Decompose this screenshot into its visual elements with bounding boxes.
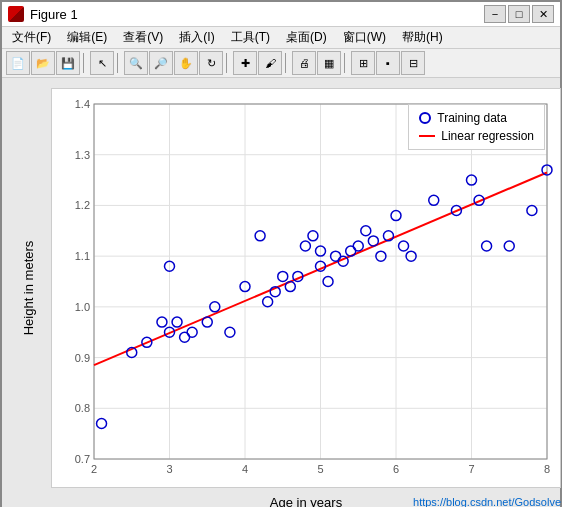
menu-desktop[interactable]: 桌面(D) [280,28,333,47]
svg-point-44 [240,282,250,292]
close-button[interactable]: ✕ [532,5,554,23]
svg-text:4: 4 [242,463,248,475]
plot-area: 0.70.80.91.01.11.21.31.42345678 Training… [51,88,561,488]
svg-point-53 [316,261,326,271]
svg-text:0.9: 0.9 [75,352,90,364]
svg-text:1.0: 1.0 [75,301,90,313]
svg-point-63 [383,231,393,241]
training-data-icon [419,112,431,124]
x-axis-label: Age in years [270,495,342,507]
svg-line-31 [94,172,547,365]
svg-point-41 [202,317,212,327]
main-window: Figure 1 − □ ✕ 文件(F) 编辑(E) 查看(V) 插入(I) 工… [0,0,562,507]
svg-point-48 [278,271,288,281]
svg-text:1.1: 1.1 [75,250,90,262]
svg-point-43 [225,327,235,337]
menu-tools[interactable]: 工具(T) [225,28,276,47]
svg-point-58 [346,246,356,256]
svg-point-74 [542,165,552,175]
svg-point-36 [165,327,175,337]
svg-text:5: 5 [317,463,323,475]
svg-point-62 [376,251,386,261]
open-button[interactable]: 📂 [31,51,55,75]
menu-help[interactable]: 帮助(H) [396,28,449,47]
legend-training-data: Training data [419,111,534,125]
brush-button[interactable]: 🖌 [258,51,282,75]
menu-edit[interactable]: 编辑(E) [61,28,113,47]
svg-point-34 [142,337,152,347]
svg-point-61 [368,236,378,246]
svg-point-71 [482,241,492,251]
svg-text:0.8: 0.8 [75,402,90,414]
svg-point-54 [316,246,326,256]
svg-point-32 [97,419,107,429]
zoom-in-button[interactable]: 🔍 [124,51,148,75]
pan-button[interactable]: ✋ [174,51,198,75]
watermark: https://blog.csdn.net/Godsolve [413,496,561,507]
svg-point-49 [285,282,295,292]
svg-point-52 [308,231,318,241]
pointer-button[interactable]: ↖ [90,51,114,75]
menu-view[interactable]: 查看(V) [117,28,169,47]
title-bar: Figure 1 − □ ✕ [2,2,560,27]
svg-point-42 [210,302,220,312]
svg-point-66 [406,251,416,261]
svg-text:3: 3 [166,463,172,475]
print-button[interactable]: 🖨 [292,51,316,75]
svg-point-47 [270,287,280,297]
svg-point-57 [338,256,348,266]
toolbar-sep-2 [117,53,121,73]
toolbar-sep-5 [344,53,348,73]
svg-point-60 [361,226,371,236]
zoom-out-button[interactable]: 🔎 [149,51,173,75]
toolbar: 📄 📂 💾 ↖ 🔍 🔎 ✋ ↻ ✚ 🖌 🖨 ▦ ⊞ ▪ ⊟ [2,49,560,78]
svg-point-38 [172,317,182,327]
svg-point-70 [474,195,484,205]
svg-point-37 [165,261,175,271]
colorbar-button[interactable]: ▦ [317,51,341,75]
menu-insert[interactable]: 插入(I) [173,28,220,47]
toolbar-sep-4 [285,53,289,73]
svg-text:8: 8 [544,463,550,475]
svg-point-50 [293,271,303,281]
app-icon [8,6,24,22]
svg-point-73 [527,206,537,216]
menu-window[interactable]: 窗口(W) [337,28,392,47]
svg-text:2: 2 [91,463,97,475]
maximize-button[interactable]: □ [508,5,530,23]
minimize-button[interactable]: − [484,5,506,23]
subplot-button[interactable]: ⊞ [351,51,375,75]
save-button[interactable]: 💾 [56,51,80,75]
svg-point-45 [255,231,265,241]
svg-point-69 [467,175,477,185]
svg-text:1.4: 1.4 [75,98,90,110]
plot-container: Height in meters Age in years https://bl… [2,78,560,507]
svg-point-33 [127,348,137,358]
rotate-button[interactable]: ↻ [199,51,223,75]
new-button[interactable]: 📄 [6,51,30,75]
svg-point-56 [331,251,341,261]
data-cursor-button[interactable]: ✚ [233,51,257,75]
svg-rect-30 [94,104,547,459]
y-axis-label: Height in meters [21,241,36,336]
regression-label: Linear regression [441,129,534,143]
tile-button[interactable]: ⊟ [401,51,425,75]
svg-text:6: 6 [393,463,399,475]
training-data-label: Training data [437,111,507,125]
svg-point-65 [399,241,409,251]
svg-point-64 [391,211,401,221]
svg-point-51 [300,241,310,251]
svg-text:0.7: 0.7 [75,453,90,465]
window-controls: − □ ✕ [484,5,554,23]
svg-point-35 [157,317,167,327]
svg-point-46 [263,297,273,307]
svg-point-68 [451,206,461,216]
toolbar-sep-1 [83,53,87,73]
window-title: Figure 1 [30,7,484,22]
regression-line-icon [419,135,435,137]
svg-point-39 [180,332,190,342]
svg-text:1.3: 1.3 [75,149,90,161]
grid-button[interactable]: ▪ [376,51,400,75]
menu-file[interactable]: 文件(F) [6,28,57,47]
toolbar-sep-3 [226,53,230,73]
